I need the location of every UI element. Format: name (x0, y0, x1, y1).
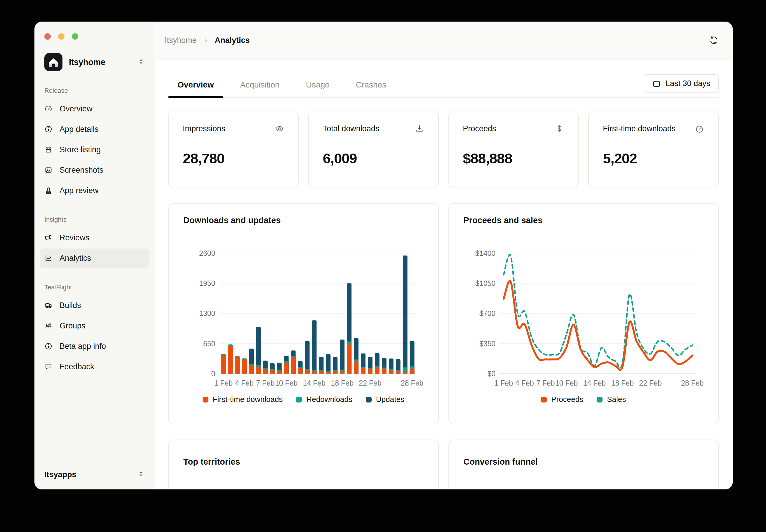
tab-crashes[interactable]: Crashes (347, 77, 396, 97)
svg-text:650: 650 (203, 339, 215, 348)
eye-icon (275, 124, 284, 133)
svg-text:10 Feb: 10 Feb (555, 379, 578, 387)
section-label-insights: Insights (44, 216, 145, 223)
sidebar-item-label: Analytics (59, 254, 91, 263)
legend-label: Proceeds (551, 395, 583, 404)
tabs: OverviewAcquisitionUsageCrashes (168, 77, 396, 97)
sidebar-item-feedback[interactable]: Feedback (40, 357, 149, 376)
top-territories-card: Top territories (168, 440, 439, 489)
svg-text:1950: 1950 (199, 279, 215, 287)
svg-text:18 Feb: 18 Feb (331, 379, 354, 387)
breadcrumb-app[interactable]: Itsyhome (165, 36, 197, 45)
svg-text:$700: $700 (479, 309, 495, 317)
date-range-button[interactable]: Last 30 days (644, 74, 719, 93)
refresh-button[interactable] (709, 35, 719, 45)
stat-card-total-downloads: Total downloads6,009 (308, 111, 439, 188)
sidebar-item-reviews[interactable]: Reviews (40, 228, 149, 247)
svg-text:4 Feb: 4 Feb (235, 379, 254, 387)
stat-title: First-time downloads (603, 124, 676, 133)
calendar-icon (652, 79, 661, 88)
close-window-button[interactable] (44, 33, 51, 40)
svg-text:0: 0 (212, 370, 216, 378)
sidebar-item-analytics[interactable]: Analytics (40, 249, 149, 268)
bottom-row: Top territories Conversion funnel (168, 440, 719, 489)
header-bar: Itsyhome Analytics (155, 22, 733, 59)
svg-text:10 Feb: 10 Feb (275, 379, 298, 387)
stats-row: Impressions28,780Total downloads6,009Pro… (168, 111, 719, 188)
sidebar-item-app-review[interactable]: App review (40, 181, 149, 200)
line-chart-icon (44, 254, 53, 262)
tab-overview[interactable]: Overview (168, 77, 223, 97)
svg-text:$0: $0 (487, 370, 495, 378)
sidebar-item-label: Screenshots (59, 166, 103, 175)
svg-text:2600: 2600 (199, 249, 215, 257)
svg-text:22 Feb: 22 Feb (639, 379, 662, 387)
breadcrumb: Itsyhome Analytics (165, 36, 250, 45)
proceeds-chart-card: Proceeds and sales $0$350$700$1050$14001… (448, 203, 719, 424)
tab-acquisition[interactable]: Acquisition (231, 77, 289, 97)
section-label-release: Release (44, 87, 145, 95)
chevron-updown-icon (137, 470, 145, 479)
svg-text:$1400: $1400 (475, 249, 495, 257)
info-icon (44, 342, 53, 350)
svg-text:1 Feb: 1 Feb (494, 379, 513, 387)
image-icon (44, 166, 53, 174)
legend-swatch (296, 397, 302, 403)
sidebar-item-label: Beta app info (59, 342, 106, 351)
dollar-icon (554, 124, 564, 133)
svg-text:7 Feb: 7 Feb (536, 379, 555, 387)
truck-icon (44, 301, 53, 309)
sidebar-item-app-details[interactable]: App details (40, 120, 149, 139)
legend-label: First-time downloads (213, 395, 283, 404)
sidebar-item-label: Store listing (59, 145, 101, 154)
users-icon (44, 322, 53, 330)
downloads-legend: First-time downloadsRedownloadsUpdates (183, 395, 424, 404)
stamp-icon (44, 186, 53, 195)
svg-text:14 Feb: 14 Feb (303, 379, 326, 387)
itsyhome-app-icon (44, 53, 62, 71)
legend-swatch (366, 397, 372, 403)
stat-card-proceeds: Proceeds$88,888 (448, 111, 579, 188)
app-switcher[interactable]: Itsyhome (44, 53, 145, 71)
proceeds-chart-title: Proceeds and sales (464, 216, 704, 225)
sidebar-nav: ReleaseOverviewApp detailsStore listingS… (44, 87, 145, 376)
workspace-switcher[interactable]: Itsyapps (44, 470, 145, 479)
sidebar: Itsyhome ReleaseOverviewApp detailsStore… (34, 22, 155, 489)
svg-text:1300: 1300 (199, 309, 215, 317)
legend-proceeds: Proceeds (541, 395, 583, 404)
sidebar-item-screenshots[interactable]: Screenshots (40, 160, 149, 180)
sidebar-item-overview[interactable]: Overview (40, 99, 149, 118)
section-label-testflight: TestFlight (44, 283, 145, 291)
downloads-chart-title: Downloads and updates (183, 216, 424, 225)
svg-text:$1050: $1050 (475, 279, 495, 287)
window-controls (44, 33, 145, 40)
analytics-content: OverviewAcquisitionUsageCrashes Last 30 … (155, 59, 733, 489)
download-icon (415, 124, 424, 133)
workspace-name: Itsyapps (44, 470, 76, 479)
legend-label: Updates (376, 395, 404, 404)
conversion-funnel-title: Conversion funnel (464, 457, 704, 467)
legend-label: Sales (607, 395, 626, 404)
tab-usage[interactable]: Usage (297, 77, 339, 97)
sidebar-item-beta-app-info[interactable]: Beta app info (40, 337, 149, 356)
stat-title: Total downloads (323, 124, 380, 133)
stopwatch-icon (695, 124, 704, 133)
info-icon (44, 125, 53, 133)
svg-text:1 Feb: 1 Feb (214, 379, 233, 387)
sidebar-app-name: Itsyhome (69, 57, 131, 67)
svg-text:18 Feb: 18 Feb (611, 379, 634, 387)
sidebar-item-builds[interactable]: Builds (40, 296, 149, 315)
sidebar-item-store-listing[interactable]: Store listing (40, 140, 149, 159)
minimize-window-button[interactable] (58, 33, 64, 40)
sidebar-item-label: Overview (59, 104, 92, 113)
stat-card-first-time-downloads: First-time downloads5,202 (588, 111, 719, 188)
chevron-updown-icon (137, 58, 145, 67)
stat-title: Proceeds (463, 124, 496, 133)
svg-text:28 Feb: 28 Feb (401, 379, 423, 387)
sidebar-item-label: App details (59, 125, 99, 134)
sidebar-item-groups[interactable]: Groups (40, 316, 149, 335)
breadcrumb-page: Analytics (215, 36, 250, 45)
sidebar-item-label: Builds (59, 301, 81, 310)
zoom-window-button[interactable] (72, 33, 78, 40)
downloads-chart: 06501300195026001 Feb4 Feb7 Feb10 Feb14 … (183, 236, 424, 390)
